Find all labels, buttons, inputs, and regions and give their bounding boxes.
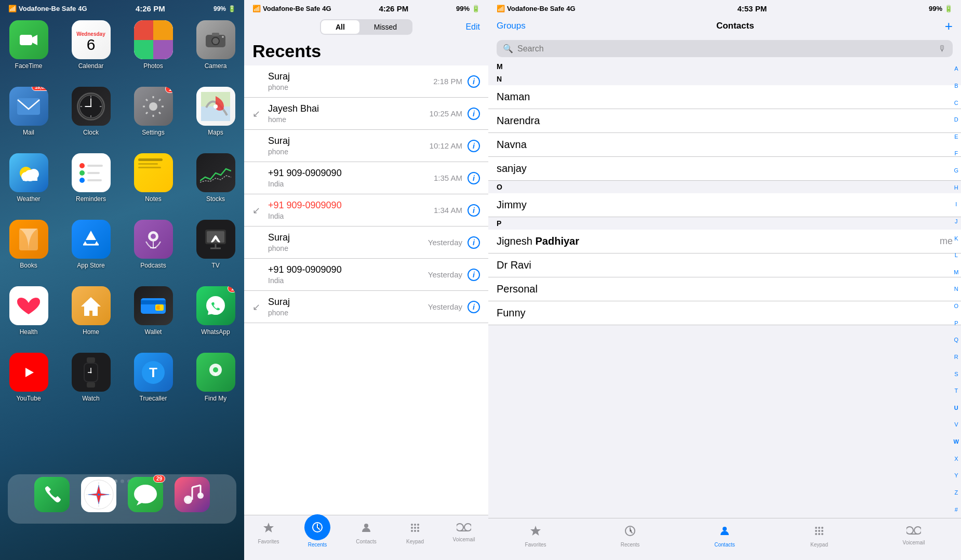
call-info-btn-4[interactable]: i [468, 172, 480, 184]
app-settings[interactable]: 1 Settings [127, 87, 179, 144]
recents-edit-button[interactable]: Edit [465, 22, 480, 32]
tv-icon [196, 220, 235, 259]
alpha-Z[interactable]: Z [954, 489, 958, 496]
contact-narendra[interactable]: Narendra [488, 109, 961, 133]
tab-recents-active[interactable]: Recents [293, 519, 342, 550]
alpha-W[interactable]: W [954, 438, 959, 445]
app-findmy[interactable]: Find My [190, 353, 242, 402]
contact-dr-ravi[interactable]: Dr Ravi [488, 254, 961, 277]
svg-point-28 [213, 104, 218, 109]
call-info-btn-3[interactable]: i [468, 140, 480, 152]
call-type-3: phone [268, 148, 430, 156]
svg-point-80 [414, 524, 416, 526]
dock: 29 [0, 471, 244, 518]
contacts-search-input[interactable] [517, 44, 934, 54]
call-item-5[interactable]: ↙ +91 909-0909090 India 1:34 AM i [244, 194, 488, 226]
app-appstore[interactable]: App Store [65, 220, 117, 277]
app-home[interactable]: Home [65, 286, 117, 343]
app-podcasts[interactable]: Podcasts [127, 220, 179, 277]
app-youtube[interactable]: YouTube [3, 353, 55, 402]
contact-personal[interactable]: Personal [488, 277, 961, 301]
call-item-4[interactable]: +91 909-0909090 India 1:35 AM i [244, 162, 488, 194]
svg-point-89 [464, 524, 471, 531]
app-calendar[interactable]: Wednesday 6 Calendar [65, 20, 117, 77]
call-item-6[interactable]: Suraj phone Yesterday i [244, 226, 488, 259]
app-maps[interactable]: Maps [190, 87, 242, 144]
alpha-U[interactable]: U [954, 405, 958, 411]
tab-favorites[interactable]: Favorites [244, 519, 293, 550]
app-camera[interactable]: Camera [190, 20, 242, 77]
segment-all[interactable]: All [321, 20, 359, 34]
dock-safari[interactable] [81, 477, 116, 512]
contacts-keypad-label: Keypad [810, 542, 828, 548]
dock-phone[interactable] [34, 477, 70, 512]
app-photos[interactable]: Photos [127, 20, 179, 77]
contacts-status-left: 📶 Vodafone-Be Safe 4G [497, 5, 576, 12]
tab-contacts[interactable]: Contacts [342, 519, 391, 550]
dock-music[interactable] [175, 477, 210, 512]
app-tv[interactable]: TV [190, 220, 242, 277]
call-item-2[interactable]: ↙ Jayesh Bhai home 10:25 AM i [244, 98, 488, 130]
call-info-btn-6[interactable]: i [468, 236, 480, 249]
app-books[interactable]: Books [3, 220, 55, 277]
contact-jignesh[interactable]: Jignesh Padhiyar me [488, 230, 961, 254]
contacts-tab-voicemail[interactable]: Voicemail [866, 523, 961, 550]
contact-sanjay[interactable]: sanjay [488, 157, 961, 181]
contacts-tab-keypad[interactable]: Keypad [772, 523, 866, 550]
alpha-T[interactable]: T [954, 388, 958, 394]
call-info-4: +91 909-0909090 India [268, 168, 434, 188]
call-info-btn-8[interactable]: i [468, 301, 480, 313]
app-clock[interactable]: Clock [65, 87, 117, 144]
call-info-btn-1[interactable]: i [468, 75, 480, 88]
alpha-R[interactable]: R [954, 354, 958, 360]
contacts-add-button[interactable]: + [945, 19, 953, 33]
contacts-tab-recents[interactable]: Recents [583, 523, 677, 550]
contact-name-jignesh: Jignesh Padhiyar [497, 235, 579, 247]
alpha-S[interactable]: S [954, 371, 958, 377]
tab-keypad[interactable]: Keypad [391, 519, 439, 550]
alpha-X[interactable]: X [954, 456, 958, 462]
app-reminders[interactable]: Reminders [65, 153, 117, 210]
app-stocks[interactable]: Stocks [190, 153, 242, 210]
svg-point-96 [815, 530, 817, 532]
alpha-hash[interactable]: # [955, 506, 958, 513]
alpha-Q[interactable]: Q [954, 337, 959, 343]
app-grid: FaceTime Wednesday 6 Calendar Photos [0, 15, 244, 407]
app-watch[interactable]: Watch [65, 353, 117, 402]
call-item-3[interactable]: Suraj phone 10:12 AM i [244, 130, 488, 162]
contacts-tab-favorites[interactable]: Favorites [488, 523, 583, 550]
app-health[interactable]: Health [3, 286, 55, 343]
call-info-btn-7[interactable]: i [468, 269, 480, 281]
tab-voicemail[interactable]: Voicemail [439, 519, 488, 550]
svg-point-86 [414, 530, 416, 532]
call-info-btn-2[interactable]: i [468, 108, 480, 120]
app-weather[interactable]: Weather [3, 153, 55, 210]
recents-battery-icon: 🔋 [472, 5, 480, 12]
call-item-1[interactable]: Suraj phone 2:18 PM i [244, 65, 488, 98]
app-facetime[interactable]: FaceTime [3, 20, 55, 77]
alpha-V[interactable]: V [954, 421, 958, 428]
contacts-tab-contacts-active[interactable]: Contacts [677, 523, 772, 550]
contact-jimmy[interactable]: Jimmy [488, 193, 961, 217]
contact-navna[interactable]: Navna [488, 133, 961, 157]
alpha-Y[interactable]: Y [954, 472, 958, 478]
contact-name-narendra: Narendra [497, 115, 540, 127]
call-item-8[interactable]: ↙ Suraj phone Yesterday i [244, 291, 488, 323]
app-whatsapp[interactable]: 1 WhatsApp [190, 286, 242, 343]
segment-missed[interactable]: Missed [359, 20, 411, 34]
dock-messages[interactable]: 29 [128, 477, 163, 512]
app-notes[interactable]: Notes [127, 153, 179, 210]
app-truecaller[interactable]: T Truecaller [127, 353, 179, 402]
call-info-btn-5[interactable]: i [468, 204, 480, 217]
svg-rect-45 [141, 300, 166, 304]
contact-naman[interactable]: Naman [488, 85, 961, 109]
youtube-label: YouTube [16, 395, 41, 402]
contact-name-jimmy: Jimmy [497, 199, 527, 211]
app-mail[interactable]: 18,693 Mail [3, 87, 55, 144]
svg-point-6 [222, 36, 224, 38]
contact-funny[interactable]: Funny [488, 301, 961, 325]
recents-navigation: All Missed Edit [244, 15, 488, 39]
contacts-groups-button[interactable]: Groups [497, 21, 526, 31]
app-wallet[interactable]: Wallet [127, 286, 179, 343]
call-item-7[interactable]: +91 909-0909090 India Yesterday i [244, 259, 488, 291]
